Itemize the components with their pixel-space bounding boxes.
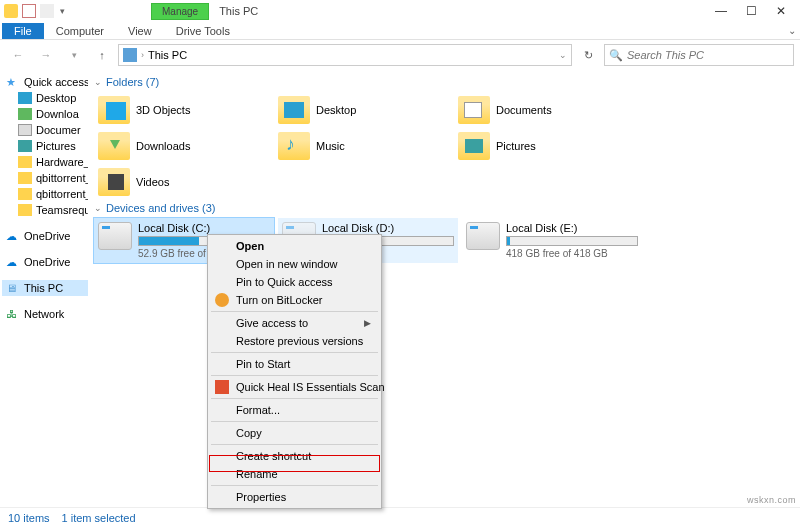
network-icon: 🖧: [6, 308, 20, 320]
ctx-format[interactable]: Format...: [210, 401, 379, 419]
address-bar[interactable]: › This PC ⌄: [118, 44, 572, 66]
sidebar-onedrive2[interactable]: ☁OneDrive: [2, 254, 88, 270]
drive-icon: [466, 222, 500, 250]
section-folders[interactable]: ⌄Folders (7): [90, 74, 800, 92]
close-button[interactable]: ✕: [766, 1, 796, 21]
separator: [211, 485, 378, 486]
title-bar: ▾ Manage This PC — ☐ ✕: [0, 0, 800, 22]
documents-icon: [458, 96, 490, 124]
back-button[interactable]: ←: [6, 43, 30, 67]
folder-desktop[interactable]: Desktop: [274, 92, 454, 128]
address-row: ← → ▾ ↑ › This PC ⌄ ↻ 🔍: [0, 40, 800, 70]
folder-icon: [18, 188, 32, 200]
tab-computer[interactable]: Computer: [44, 23, 116, 39]
sidebar-network[interactable]: 🖧Network: [2, 306, 88, 322]
maximize-button[interactable]: ☐: [736, 1, 766, 21]
tab-drive-tools[interactable]: Drive Tools: [164, 23, 242, 39]
bitlocker-icon: [215, 293, 229, 307]
new-folder-qat-icon[interactable]: [40, 4, 54, 18]
sidebar-item-hardware[interactable]: Hardware_fi: [2, 154, 88, 170]
chevron-right-icon: ▶: [364, 318, 371, 328]
forward-button[interactable]: →: [34, 43, 58, 67]
ctx-pin-start[interactable]: Pin to Start: [210, 355, 379, 373]
ctx-properties[interactable]: Properties: [210, 488, 379, 506]
search-box[interactable]: 🔍: [604, 44, 794, 66]
qat-dropdown-icon[interactable]: ▾: [60, 6, 65, 16]
sidebar-item-downloads[interactable]: Downloa: [2, 106, 88, 122]
ctx-restore-versions[interactable]: Restore previous versions: [210, 332, 379, 350]
refresh-button[interactable]: ↻: [576, 43, 600, 67]
minimize-button[interactable]: —: [706, 1, 736, 21]
folder-3d-objects[interactable]: 3D Objects: [94, 92, 274, 128]
section-drives[interactable]: ⌄Devices and drives (3): [90, 200, 800, 218]
downloads-icon: [18, 108, 32, 120]
search-icon: 🔍: [609, 49, 623, 62]
documents-icon: [18, 124, 32, 136]
ribbon: File Computer View Drive Tools ⌄: [0, 22, 800, 40]
folder-icon: [18, 172, 32, 184]
chevron-down-icon[interactable]: ⌄: [94, 77, 102, 87]
sidebar-item-pictures[interactable]: Pictures: [2, 138, 88, 154]
drive-usage-bar: [506, 236, 638, 246]
sidebar-item-qbittorrent1[interactable]: qbittorrent_t: [2, 170, 88, 186]
pictures-icon: [18, 140, 32, 152]
addr-dropdown-icon[interactable]: ⌄: [559, 50, 567, 60]
separator: [211, 311, 378, 312]
sidebar-item-qbittorrent2[interactable]: qbittorrent_t: [2, 186, 88, 202]
cloud-icon: ☁: [6, 256, 20, 268]
star-icon: ★: [6, 76, 20, 88]
ctx-bitlocker[interactable]: Turn on BitLocker: [210, 291, 379, 309]
sidebar-item-desktop[interactable]: Desktop: [2, 90, 88, 106]
qat: ▾: [4, 4, 65, 18]
sidebar-item-teams[interactable]: Teamsrequire: [2, 202, 88, 218]
ctx-pin-quick-access[interactable]: Pin to Quick access: [210, 273, 379, 291]
file-tab[interactable]: File: [2, 23, 44, 39]
ctx-create-shortcut[interactable]: Create shortcut: [210, 447, 379, 465]
pc-icon: 🖥: [6, 282, 20, 294]
ctx-rename[interactable]: Rename: [210, 465, 379, 483]
search-input[interactable]: [627, 49, 789, 61]
ctx-copy[interactable]: Copy: [210, 424, 379, 442]
drive-label: Local Disk (C:): [138, 222, 270, 234]
pc-icon: [123, 48, 137, 62]
ctx-open-new-window[interactable]: Open in new window: [210, 255, 379, 273]
recent-dropdown-icon[interactable]: ▾: [62, 43, 86, 67]
separator: [211, 398, 378, 399]
status-selection: 1 item selected: [62, 512, 136, 524]
separator: [211, 444, 378, 445]
folder-documents[interactable]: Documents: [454, 92, 634, 128]
pictures-icon: [458, 132, 490, 160]
tab-view[interactable]: View: [116, 23, 164, 39]
drive-free-text: 418 GB free of 418 GB: [506, 248, 638, 259]
folder-music[interactable]: Music: [274, 128, 454, 164]
sidebar-this-pc[interactable]: 🖥This PC: [2, 280, 88, 296]
up-button[interactable]: ↑: [90, 43, 114, 67]
drive-label: Local Disk (E:): [506, 222, 638, 234]
sidebar-item-documents[interactable]: Documer: [2, 122, 88, 138]
folder-videos[interactable]: Videos: [94, 164, 274, 200]
separator: [211, 352, 378, 353]
manage-tab[interactable]: Manage: [151, 3, 209, 20]
ctx-quickheal[interactable]: Quick Heal IS Essentials Scan: [210, 378, 379, 396]
sidebar-onedrive1[interactable]: ☁OneDrive: [2, 228, 88, 244]
folder-pictures[interactable]: Pictures: [454, 128, 634, 164]
separator: [211, 375, 378, 376]
ctx-open[interactable]: Open: [210, 237, 379, 255]
drive-e[interactable]: Local Disk (E:) 418 GB free of 418 GB: [462, 218, 642, 263]
folder-downloads[interactable]: Downloads: [94, 128, 274, 164]
properties-qat-icon[interactable]: [22, 4, 36, 18]
breadcrumb[interactable]: This PC: [148, 49, 187, 61]
chevron-right-icon[interactable]: ›: [141, 50, 144, 60]
status-bar: 10 items 1 item selected: [0, 507, 800, 527]
3d-objects-icon: [98, 96, 130, 124]
ctx-give-access[interactable]: Give access to▶: [210, 314, 379, 332]
desktop-icon: [278, 96, 310, 124]
cloud-icon: ☁: [6, 230, 20, 242]
status-item-count: 10 items: [8, 512, 50, 524]
context-menu: Open Open in new window Pin to Quick acc…: [207, 234, 382, 509]
ribbon-collapse-icon[interactable]: ⌄: [788, 25, 796, 36]
watermark: wskxn.com: [747, 495, 796, 505]
chevron-down-icon[interactable]: ⌄: [94, 203, 102, 213]
window-title: This PC: [219, 5, 258, 17]
sidebar-quick-access[interactable]: ★Quick access: [2, 74, 88, 90]
